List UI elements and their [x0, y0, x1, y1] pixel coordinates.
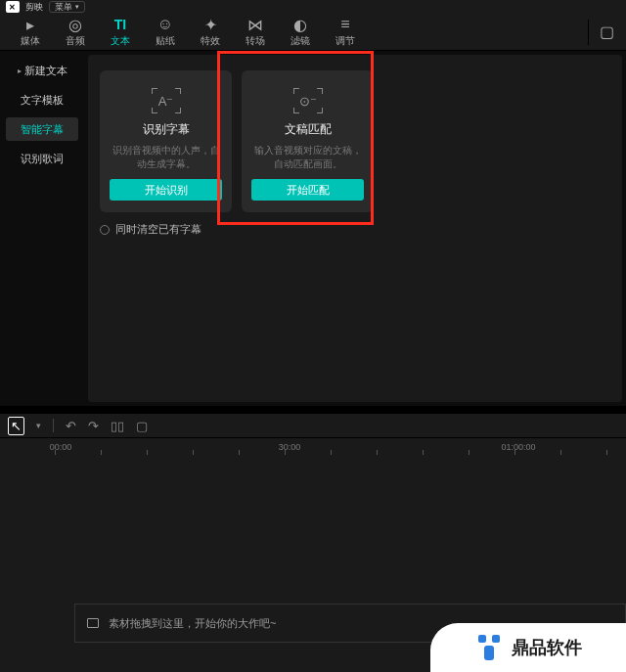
start-recognize-button[interactable]: 开始识别	[110, 179, 222, 201]
triangle-right-icon: ▸	[18, 67, 22, 75]
watermark-text: 鼎品软件	[512, 636, 582, 659]
clear-subtitles-option[interactable]: 同时清空已有字幕	[100, 222, 610, 237]
play-icon: ▸	[8, 16, 53, 33]
radio-icon	[100, 225, 110, 235]
redo-button[interactable]: ↷	[88, 419, 99, 433]
timeline-ruler[interactable]: 00:00 30:00 01:00:00	[0, 437, 626, 455]
tab-filter[interactable]: ◐ 滤镜	[278, 16, 323, 48]
tab-more[interactable]: ▢	[595, 23, 618, 41]
tab-adjust[interactable]: ≡ 调节	[323, 16, 368, 48]
svg-rect-0	[478, 635, 486, 643]
filter-icon: ◐	[278, 16, 323, 33]
tab-effect[interactable]: ✦ 特效	[188, 16, 233, 48]
menu-button[interactable]: 菜单▾	[49, 1, 85, 13]
chevron-down-icon[interactable]: ▾	[36, 421, 41, 430]
transition-icon: ⋈	[233, 16, 278, 33]
sparkle-icon: ✦	[188, 16, 233, 33]
tab-audio[interactable]: ◎ 音频	[53, 16, 98, 48]
undo-button[interactable]: ↶	[66, 419, 76, 433]
sidebar: ▸新建文本 文字模板 智能字幕 识别歌词	[0, 51, 84, 406]
text-icon: TI	[98, 16, 143, 33]
watermark-logo-icon	[474, 633, 504, 662]
tick-label: 00:00	[50, 442, 72, 452]
script-scan-icon: ⊙⁻	[293, 88, 323, 113]
edit-toolbar: ↖ ▾ ↶ ↷ ▯▯ ▢	[0, 414, 626, 437]
cursor-tool[interactable]: ↖	[8, 417, 24, 435]
chevron-down-icon: ▾	[75, 3, 79, 11]
card-desc: 输入音视频对应的文稿，自动匹配画面。	[251, 144, 364, 175]
disc-icon: ◎	[53, 16, 98, 33]
card-recognize-subtitle: A⁻ 识别字幕 识别音视频中的人声，自动生成字幕。 开始识别	[100, 70, 232, 212]
square-icon: ▢	[595, 23, 618, 41]
subtitle-scan-icon: A⁻	[152, 88, 181, 113]
sticker-icon: ☺	[143, 16, 188, 33]
tab-sticker[interactable]: ☺ 贴纸	[143, 16, 188, 48]
timeline[interactable]: 素材拖拽到这里，开始你的大作吧~ 鼎品软件	[0, 455, 626, 672]
watermark: 鼎品软件	[430, 623, 626, 672]
split-button[interactable]: ▯▯	[111, 419, 124, 433]
tab-media[interactable]: ▸ 媒体	[8, 16, 53, 48]
track-hint: 素材拖拽到这里，开始你的大作吧~	[109, 616, 276, 631]
sidebar-item-new-text[interactable]: ▸新建文本	[6, 59, 78, 82]
crop-button[interactable]: ▢	[136, 419, 148, 433]
sidebar-item-smart-subtitle[interactable]: 智能字幕	[6, 117, 78, 141]
svg-rect-2	[484, 646, 494, 660]
main-tabs: ▸ 媒体 ◎ 音频 TI 文本 ☺ 贴纸 ✦ 特效 ⋈ 转场 ◐ 滤镜 ≡ 调节…	[0, 14, 626, 51]
tick-label: 30:00	[279, 442, 301, 452]
tab-transition[interactable]: ⋈ 转场	[233, 16, 278, 48]
titlebar: ✕ 剪映 菜单▾	[0, 0, 626, 14]
media-icon	[87, 618, 99, 628]
app-logo: ✕	[6, 1, 20, 13]
card-title: 识别字幕	[143, 121, 190, 138]
start-match-button[interactable]: 开始匹配	[251, 179, 364, 201]
svg-rect-1	[492, 635, 500, 643]
sidebar-item-lyrics[interactable]: 识别歌词	[6, 147, 78, 170]
card-script-match: ⊙⁻ 文稿匹配 输入音视频对应的文稿，自动匹配画面。 开始匹配	[242, 70, 374, 212]
main-panel: A⁻ 识别字幕 识别音视频中的人声，自动生成字幕。 开始识别 ⊙⁻ 文稿匹配 输…	[88, 55, 622, 402]
sidebar-item-template[interactable]: 文字模板	[6, 88, 78, 112]
card-title: 文稿匹配	[285, 121, 332, 138]
sliders-icon: ≡	[323, 16, 368, 33]
tab-text[interactable]: TI 文本	[98, 16, 143, 48]
card-desc: 识别音视频中的人声，自动生成字幕。	[110, 144, 222, 175]
app-name: 剪映	[25, 1, 43, 14]
tick-label: 01:00:00	[501, 442, 535, 452]
